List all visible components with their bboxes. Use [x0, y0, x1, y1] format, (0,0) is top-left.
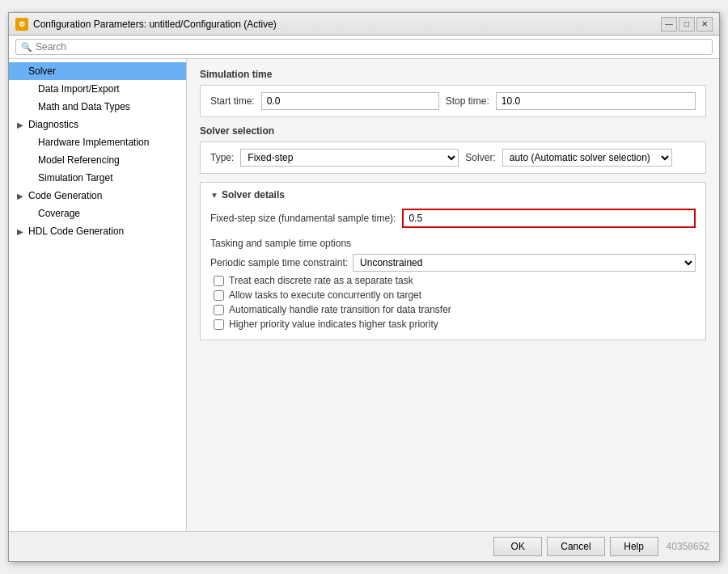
search-icon: 🔍: [21, 42, 32, 53]
sidebar-item-label: Simulation Target: [38, 172, 113, 184]
checkbox-label-cb1: Treat each discrete rate as a separate t…: [229, 275, 413, 286]
sidebar-item-data-import-export[interactable]: Data Import/Export: [9, 80, 186, 98]
sidebar-item-math-data-types[interactable]: Math and Data Types: [9, 98, 186, 116]
sidebar-item-solver[interactable]: Solver: [9, 62, 186, 80]
window-title: Configuration Parameters: untitled/Confi…: [33, 19, 656, 30]
solver-details-box: ▼ Solver details Fixed-step size (fundam…: [200, 182, 706, 340]
sidebar-item-label: Hardware Implementation: [38, 137, 149, 148]
title-bar: ⚙ Configuration Parameters: untitled/Con…: [9, 13, 719, 36]
help-button[interactable]: Help: [610, 537, 658, 556]
sidebar: SolverData Import/ExportMath and Data Ty…: [9, 59, 187, 531]
sidebar-item-label: Coverage: [38, 208, 80, 219]
tasking-title: Tasking and sample time options: [210, 238, 696, 249]
cancel-button[interactable]: Cancel: [547, 537, 604, 556]
fixed-step-label: Fixed-step size (fundamental sample time…: [210, 213, 396, 224]
checkbox-label-cb3: Automatically handle rate transition for…: [229, 304, 451, 315]
main-content: SolverData Import/ExportMath and Data Ty…: [9, 59, 719, 531]
simulation-time-box: Start time: Stop time:: [200, 85, 706, 117]
expand-arrow-icon: ▶: [17, 227, 25, 236]
search-input[interactable]: [36, 41, 165, 53]
checkbox-cb3[interactable]: [214, 305, 224, 315]
checkbox-cb4[interactable]: [214, 319, 224, 330]
search-bar-container: 🔍: [9, 36, 719, 59]
main-window: ⚙ Configuration Parameters: untitled/Con…: [8, 12, 720, 562]
sidebar-item-model-referencing[interactable]: Model Referencing: [9, 151, 186, 169]
window-controls: — □ ✕: [661, 17, 713, 32]
expand-arrow-icon: ▶: [17, 120, 25, 129]
sidebar-item-label: Diagnostics: [28, 119, 78, 130]
bottom-bar: OK Cancel Help 40358652: [9, 531, 719, 561]
solver-selection-box: Type: Fixed-step Solver: auto (Automatic…: [200, 141, 706, 174]
solver-selection-title: Solver selection: [200, 125, 706, 137]
checkbox-row-cb4: Higher priority value indicates higher t…: [210, 319, 696, 330]
expand-arrow-icon: ▶: [17, 192, 25, 200]
sidebar-item-label: Math and Data Types: [38, 101, 130, 112]
fixed-step-row: Fixed-step size (fundamental sample time…: [210, 205, 696, 231]
sidebar-item-diagnostics[interactable]: ▶Diagnostics: [9, 116, 186, 133]
checkbox-label-cb4: Higher priority value indicates higher t…: [229, 319, 438, 330]
solver-label: Solver:: [465, 152, 495, 163]
tasking-section: Tasking and sample time options Periodic…: [210, 238, 696, 330]
collapse-arrow-icon: ▼: [210, 191, 218, 200]
sidebar-item-label: Model Referencing: [38, 154, 120, 166]
solver-select[interactable]: auto (Automatic solver selection): [502, 149, 672, 167]
ok-button[interactable]: OK: [493, 537, 542, 556]
sidebar-item-label: HDL Code Generation: [28, 226, 124, 237]
simulation-time-title: Simulation time: [200, 69, 706, 80]
sidebar-item-label: Data Import/Export: [38, 83, 120, 95]
type-label: Type:: [210, 152, 234, 163]
solver-details-header: ▼ Solver details: [210, 189, 696, 200]
solver-details-title: Solver details: [222, 189, 285, 200]
periodic-label: Periodic sample time constraint:: [210, 257, 348, 268]
sidebar-item-label: Code Generation: [28, 190, 102, 201]
fixed-step-input[interactable]: [402, 209, 696, 228]
sidebar-item-hardware-implementation[interactable]: Hardware Implementation: [9, 133, 186, 151]
start-time-input[interactable]: [261, 92, 439, 110]
checkbox-row-cb1: Treat each discrete rate as a separate t…: [210, 275, 696, 286]
app-icon: ⚙: [15, 18, 28, 31]
type-select[interactable]: Fixed-step: [240, 149, 459, 167]
sidebar-item-code-generation[interactable]: ▶Code Generation: [9, 187, 186, 205]
sidebar-item-hdl-code-generation[interactable]: ▶HDL Code Generation: [9, 222, 186, 240]
minimize-button[interactable]: —: [661, 17, 677, 32]
stop-time-label: Stop time:: [446, 95, 489, 107]
right-panel: Simulation time Start time: Stop time: S…: [187, 59, 719, 531]
checkbox-row-cb3: Automatically handle rate transition for…: [210, 304, 696, 315]
sidebar-item-simulation-target[interactable]: Simulation Target: [9, 169, 186, 187]
checkbox-cb1[interactable]: [214, 276, 224, 286]
sidebar-item-label: Solver: [28, 65, 56, 77]
maximize-button[interactable]: □: [679, 17, 695, 32]
periodic-select[interactable]: Unconstrained: [353, 254, 696, 272]
checkbox-label-cb2: Allow tasks to execute concurrently on t…: [229, 289, 421, 301]
close-button[interactable]: ✕: [696, 17, 713, 32]
checkbox-cb2[interactable]: [214, 290, 224, 301]
sidebar-item-coverage[interactable]: Coverage: [9, 205, 186, 222]
watermark-text: 40358652: [667, 541, 709, 552]
periodic-row: Periodic sample time constraint: Unconst…: [210, 254, 696, 272]
solver-selection-row: Type: Fixed-step Solver: auto (Automatic…: [210, 149, 696, 167]
stop-time-input[interactable]: [496, 92, 696, 110]
sim-time-row: Start time: Stop time:: [210, 92, 696, 110]
start-time-label: Start time:: [210, 95, 255, 107]
checkbox-row-cb2: Allow tasks to execute concurrently on t…: [210, 289, 696, 301]
search-input-wrap: 🔍: [15, 39, 713, 55]
